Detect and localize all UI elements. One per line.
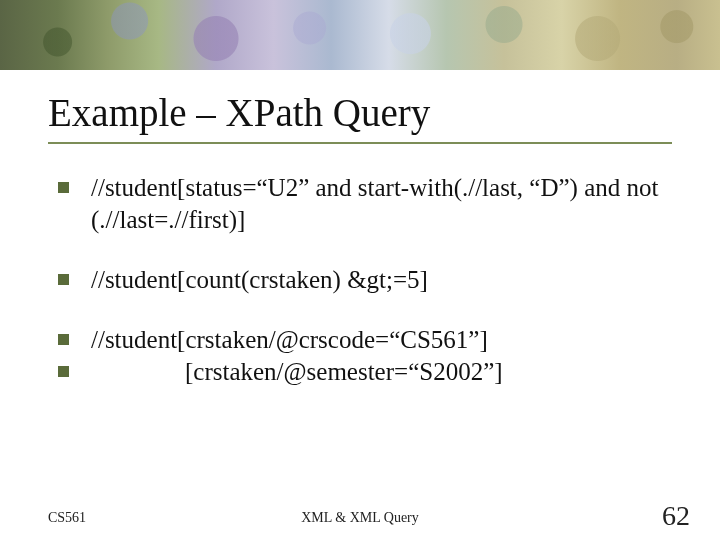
square-bullet-icon <box>58 366 69 377</box>
bullet-text: //student[crstaken/@crscode=“CS561”] <box>91 324 668 356</box>
list-item: //student[count(crstaken) &gt;=5] <box>58 264 668 296</box>
list-item: [crstaken/@semester=“S2002”] <box>58 356 668 388</box>
square-bullet-icon <box>58 182 69 193</box>
square-bullet-icon <box>58 334 69 345</box>
bullet-text: //student[status=“U2” and start-with(.//… <box>91 172 668 236</box>
slide-body: //student[status=“U2” and start-with(.//… <box>58 172 668 416</box>
decorative-banner <box>0 0 720 70</box>
list-item: //student[status=“U2” and start-with(.//… <box>58 172 668 236</box>
slide-number: 62 <box>662 500 690 532</box>
footer-topic: XML & XML Query <box>0 510 720 526</box>
bullet-text: [crstaken/@semester=“S2002”] <box>91 356 668 388</box>
square-bullet-icon <box>58 274 69 285</box>
slide-title: Example – XPath Query <box>48 90 430 135</box>
title-underline <box>48 142 672 144</box>
list-item: //student[crstaken/@crscode=“CS561”] <box>58 324 668 356</box>
bullet-text: //student[count(crstaken) &gt;=5] <box>91 264 668 296</box>
